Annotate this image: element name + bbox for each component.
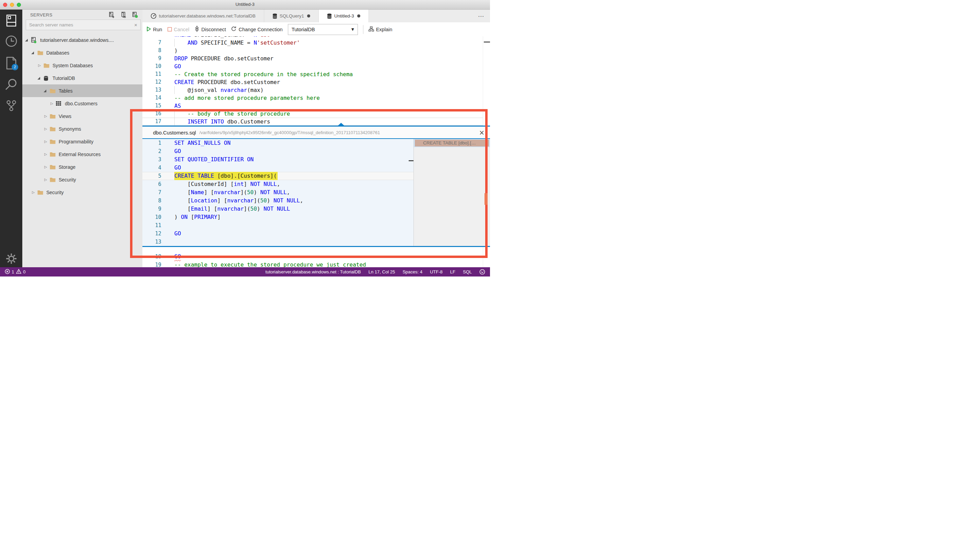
tree-item-tables[interactable]: Tables [22,84,142,97]
database-dropdown[interactable]: TutorialDB ▼ [288,24,358,35]
tab-tutorialserver-database-windows-net-tutorialdb[interactable]: tutorialserver.database.windows.net:Tuto… [142,10,264,22]
tree-item-tutorialdb[interactable]: TutorialDB [22,72,142,84]
tab-untitled-3[interactable]: Untitled-3 [319,10,369,22]
tab-sqlquery1[interactable]: SQLQuery1 [264,10,319,22]
sql-editor[interactable]: 6WHERE SPECIFIC_SCHEMA = N'dbo'7 AND SPE… [142,37,490,267]
twisty-collapsed-icon[interactable]: ▷ [50,102,54,105]
twisty-expanded-icon[interactable] [44,89,46,92]
twisty-collapsed-icon[interactable]: ▷ [31,191,35,194]
line-number: 9 [142,205,161,213]
server-search-box[interactable]: × [26,19,141,30]
twisty-collapsed-icon[interactable]: ▷ [44,152,48,156]
twisty-collapsed-icon[interactable]: ▷ [44,127,48,131]
tree-item-external-resources[interactable]: ▷External Resources [22,148,142,160]
tree-item-views[interactable]: ▷Views [22,110,142,122]
twisty-expanded-icon[interactable] [37,77,40,79]
code-text: WHERE SPECIFIC_SCHEMA = N'dbo' [161,37,274,39]
tree-item-dbo-customers[interactable]: ▷dbo.Customers [22,97,142,110]
feedback-smiley-icon[interactable] [479,269,485,275]
connection-status[interactable]: tutorialserver.database.windows.net : Tu… [266,269,361,275]
code-line-7[interactable]: 7 AND SPECIFIC_NAME = N'setCustomer' [142,39,490,47]
reference-item[interactable]: CREATE TABLE [dbo].[… [414,139,490,147]
peek-bottom-border [142,246,490,247]
line-number: 15 [142,102,161,110]
peek-code-editor[interactable]: 1SET ANSI_NULLS ON2GO3SET QUOTED_IDENTIF… [142,139,414,246]
code-line-6[interactable]: 6WHERE SPECIFIC_SCHEMA = N'dbo' [142,37,490,39]
twisty-collapsed-icon[interactable]: ▷ [44,178,48,181]
more-actions-icon[interactable]: ⋯ [472,13,490,19]
code-line-15[interactable]: 15AS [142,102,490,110]
close-icon[interactable]: × [479,129,485,136]
code-line-9[interactable]: 9DROP PROCEDURE dbo.setCustomer [142,54,490,62]
new-connection-icon[interactable] [108,12,115,18]
tree-item-system-databases[interactable]: ▷System Databases [22,59,142,72]
peek-scrollbar-handle[interactable] [409,160,414,161]
tree-item-programmability[interactable]: ▷Programmability [22,135,142,148]
code-line-6[interactable]: 6 [CustomerId] [int] NOT NULL, [142,180,414,188]
code-text: CREATE TABLE [dbo].[Customers]( [161,172,277,180]
explain-button[interactable]: Explain [369,26,393,33]
disconnect-button[interactable]: Disconnect [194,26,226,33]
code-line-12[interactable]: 12CREATE PROCEDURE dbo.setCustomer [142,78,490,86]
code-line-8[interactable]: 8 [Location] [nvarchar](50) NOT NULL, [142,197,414,205]
errors-indicator[interactable]: 1 [5,269,14,275]
search-icon[interactable] [0,76,22,93]
code-line-7[interactable]: 7 [Name] [nvarchar](50) NOT NULL, [142,188,414,197]
twisty-collapsed-icon[interactable]: ▷ [44,114,48,118]
explain-icon [369,26,374,33]
clear-search-icon[interactable]: × [134,22,137,27]
twisty-expanded-icon[interactable] [25,39,28,41]
tree-item-synonyms[interactable]: ▷Synonyms [22,122,142,135]
code-line-10[interactable]: 10GO [142,62,490,70]
code-line-12[interactable]: 12GO [142,229,414,238]
code-line-10[interactable]: 10) ON [PRIMARY] [142,213,414,221]
code-line-5[interactable]: 5CREATE TABLE [dbo].[Customers]( [142,172,414,180]
code-line-18[interactable]: 18GO [142,253,490,261]
code-line-11[interactable]: 11-- Create the stored procedure in the … [142,70,490,78]
server-tree: tutorialserver.database.windows....Datab… [22,33,142,199]
task-history-icon[interactable] [0,33,22,49]
tree-item-databases[interactable]: Databases [22,46,142,59]
run-button[interactable]: Run [146,26,162,33]
active-connections-icon[interactable] [132,12,138,18]
cursor-position[interactable]: Ln 17, Col 25 [369,269,395,275]
twisty-collapsed-icon[interactable]: ▷ [44,140,48,143]
language-mode[interactable]: SQL [463,269,472,275]
source-control-icon[interactable] [0,97,22,114]
indentation-setting[interactable]: Spaces: 4 [402,269,422,275]
code-line-2[interactable]: 2GO [142,147,414,156]
code-line-16[interactable]: 16 -- body of the stored procedure [142,110,490,118]
settings-gear-icon[interactable] [0,250,22,267]
code-text: ) ON [PRIMARY] [161,213,221,221]
cancel-button[interactable]: Cancel [167,27,189,32]
code-line-1[interactable]: 1SET ANSI_NULLS ON [142,139,414,147]
tree-item-storage[interactable]: ▷Storage [22,160,142,173]
code-line-8[interactable]: 8) [142,47,490,54]
line-number: 19 [142,261,161,267]
folder-icon [37,51,43,55]
servers-icon[interactable] [0,12,22,29]
twisty-expanded-icon[interactable] [31,51,34,54]
running-tasks-icon[interactable]: 2 [0,55,22,72]
code-line-13[interactable]: 13 @json_val nvarchar(max) [142,86,490,94]
code-line-17[interactable]: 17 INSERT INTO dbo.Customers [142,118,490,126]
warnings-indicator[interactable]: 0 [16,269,25,275]
code-line-4[interactable]: 4GO [142,164,414,172]
eol-setting[interactable]: LF [450,269,455,275]
code-line-11[interactable]: 11 [142,221,414,229]
code-line-19[interactable]: 19-- example to execute the stored proce… [142,261,490,267]
twisty-collapsed-icon[interactable]: ▷ [37,64,41,67]
tree-item-tutorialserver-database-windows[interactable]: tutorialserver.database.windows.... [22,33,142,46]
search-input[interactable] [29,22,134,27]
code-line-9[interactable]: 9 [Email] [nvarchar](50) NOT NULL [142,205,414,213]
encoding-setting[interactable]: UTF-8 [430,269,443,275]
code-line-13[interactable]: 13 [142,238,414,246]
tree-item-security[interactable]: ▷Security [22,186,142,199]
tree-item-security[interactable]: ▷Security [22,173,142,186]
new-server-group-icon[interactable] [120,12,127,18]
code-text: [Location] [nvarchar](50) NOT NULL, [161,197,303,205]
code-line-14[interactable]: 14-- add more stored procedure parameter… [142,94,490,102]
code-line-3[interactable]: 3SET QUOTED_IDENTIFIER ON [142,156,414,164]
twisty-collapsed-icon[interactable]: ▷ [44,165,48,169]
change-connection-button[interactable]: Change Connection [231,26,282,33]
